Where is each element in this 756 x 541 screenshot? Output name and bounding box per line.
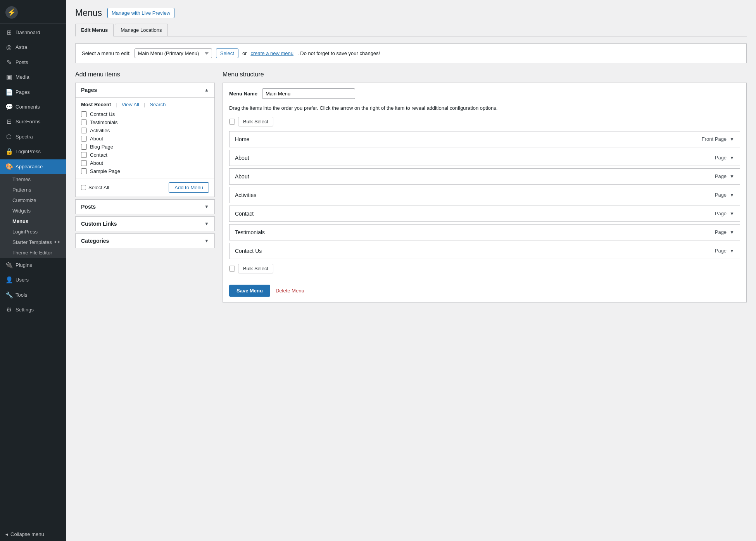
- sidebar-menu: ⊞ Dashboard ◎ Astra ✎ Posts ▣ Media 📄 Pa…: [0, 24, 66, 527]
- page-cb-label: Blog Page: [90, 144, 113, 150]
- sidebar-item-appearance[interactable]: 🎨 Appearance: [0, 159, 66, 174]
- add-to-menu-button[interactable]: Add to Menu: [169, 182, 209, 193]
- bulk-select-top-checkbox[interactable]: [229, 119, 235, 124]
- sidebar-item-comments[interactable]: 💬 Comments: [0, 100, 66, 114]
- sub-tab-most-recent[interactable]: Most Recent: [81, 102, 111, 107]
- menu-item-testimonials[interactable]: Testimonials Page ▼: [229, 224, 740, 240]
- tab-edit-menus[interactable]: Edit Menus: [75, 24, 114, 36]
- menu-name-label: Menu Name: [229, 91, 257, 97]
- menu-item-activities-chevron-icon[interactable]: ▼: [730, 192, 734, 198]
- sidebar-sub-menus[interactable]: Menus: [0, 216, 66, 226]
- sidebar-item-plugins[interactable]: 🔌 Plugins: [0, 258, 66, 273]
- menu-item-about2[interactable]: About Page ▼: [229, 168, 740, 185]
- page-header: Menus Manage with Live Preview: [75, 8, 747, 18]
- posts-accordion-header[interactable]: Posts ▼: [76, 200, 214, 214]
- select-button[interactable]: Select: [216, 48, 238, 58]
- bulk-select-bottom: Bulk Select: [229, 264, 740, 273]
- collapse-menu-btn[interactable]: ◂ Collapse menu: [0, 527, 66, 541]
- page-cb-blog-page-input[interactable]: [81, 144, 87, 150]
- menu-item-activities-right: Page ▼: [715, 192, 734, 198]
- menu-item-about1-chevron-icon[interactable]: ▼: [730, 155, 734, 161]
- page-cb-sample-page-input[interactable]: [81, 168, 87, 174]
- custom-links-accordion-header[interactable]: Custom Links ▼: [76, 217, 214, 231]
- bulk-select-bottom-button[interactable]: Bulk Select: [238, 264, 273, 273]
- select-all-checkbox[interactable]: [81, 185, 86, 190]
- page-cb-about1[interactable]: About: [81, 136, 209, 142]
- page-cb-about2[interactable]: About: [81, 160, 209, 166]
- menu-item-activities[interactable]: Activities Page ▼: [229, 187, 740, 203]
- sidebar-item-astra[interactable]: ◎ Astra: [0, 40, 66, 55]
- astra-icon: ◎: [5, 43, 12, 52]
- menu-item-contact-us[interactable]: Contact Us Page ▼: [229, 243, 740, 259]
- bulk-select-top-button[interactable]: Bulk Select: [238, 117, 273, 126]
- page-cb-activities-input[interactable]: [81, 128, 87, 133]
- sidebar-sub-widgets[interactable]: Widgets: [0, 206, 66, 216]
- pages-chevron-up-icon: ▲: [204, 87, 209, 93]
- sidebar-item-posts[interactable]: ✎ Posts: [0, 55, 66, 70]
- pages-accordion-header[interactable]: Pages ▲: [76, 83, 214, 97]
- menu-item-home[interactable]: Home Front Page ▼: [229, 131, 740, 147]
- menu-item-home-chevron-icon[interactable]: ▼: [730, 137, 734, 142]
- sub-tab-view-all[interactable]: View All: [122, 102, 139, 107]
- starter-templates-icon: ✦✦: [54, 240, 60, 245]
- sidebar-item-loginpress[interactable]: 🔒 LoginPress: [0, 144, 66, 159]
- sidebar-item-settings[interactable]: ⚙ Settings: [0, 302, 66, 317]
- menu-select[interactable]: Main Menu (Primary Menu) Footer Menu Mob…: [135, 48, 212, 58]
- save-menu-button[interactable]: Save Menu: [229, 285, 270, 297]
- delete-menu-button[interactable]: Delete Menu: [276, 288, 304, 294]
- page-cb-testimonials-input[interactable]: [81, 119, 87, 125]
- sidebar-item-dashboard[interactable]: ⊞ Dashboard: [0, 25, 66, 40]
- categories-accordion-header[interactable]: Categories ▼: [76, 234, 214, 248]
- menu-structure-col: Menu structure Menu Name Drag the items …: [223, 71, 747, 302]
- sidebar-item-sureforms[interactable]: ⊟ SureForms: [0, 114, 66, 129]
- custom-links-accordion-title: Custom Links: [81, 221, 117, 227]
- settings-icon: ⚙: [5, 306, 12, 314]
- menu-item-about2-chevron-icon[interactable]: ▼: [730, 174, 734, 179]
- pages-accordion-footer: Select All Add to Menu: [76, 178, 214, 197]
- menu-item-home-label: Home: [235, 136, 249, 142]
- menu-item-about1[interactable]: About Page ▼: [229, 150, 740, 166]
- page-cb-sample-page[interactable]: Sample Page: [81, 168, 209, 174]
- menu-item-about2-type: Page: [715, 173, 727, 179]
- page-cb-contact[interactable]: Contact: [81, 152, 209, 158]
- live-preview-button[interactable]: Manage with Live Preview: [107, 8, 174, 18]
- menu-item-testimonials-chevron-icon[interactable]: ▼: [730, 230, 734, 235]
- sidebar-item-pages[interactable]: 📄 Pages: [0, 85, 66, 100]
- select-all-label[interactable]: Select All: [81, 185, 109, 190]
- sidebar-item-users[interactable]: 👤 Users: [0, 273, 66, 287]
- add-menu-items-col: Add menu items Pages ▲ Most Recent | Vie…: [75, 71, 215, 248]
- sidebar-sub-customize[interactable]: Customize: [0, 195, 66, 206]
- pages-accordion: Pages ▲ Most Recent | View All | Search: [75, 83, 215, 197]
- sidebar-item-spectra[interactable]: ⬡ Spectra: [0, 130, 66, 144]
- page-cb-contact-us[interactable]: Contact Us: [81, 111, 209, 117]
- menu-item-contact-us-chevron-icon[interactable]: ▼: [730, 248, 734, 254]
- page-cb-testimonials[interactable]: Testimonials: [81, 119, 209, 125]
- create-new-menu-link[interactable]: create a new menu: [250, 50, 293, 56]
- menu-item-contact[interactable]: Contact Page ▼: [229, 206, 740, 222]
- sidebar-item-media[interactable]: ▣ Media: [0, 70, 66, 85]
- sidebar-item-tools[interactable]: 🔧 Tools: [0, 288, 66, 302]
- sidebar-item-label: Pages: [16, 89, 30, 96]
- sidebar-sub-patterns[interactable]: Patterns: [0, 185, 66, 195]
- sidebar-sub-theme-file-editor[interactable]: Theme File Editor: [0, 247, 66, 258]
- sidebar-item-label: LoginPress: [16, 148, 41, 155]
- page-cb-contact-input[interactable]: [81, 152, 87, 158]
- page-cb-blog-page[interactable]: Blog Page: [81, 144, 209, 150]
- bulk-select-bottom-checkbox[interactable]: [229, 266, 235, 271]
- sidebar-sub-loginpress[interactable]: LoginPress: [0, 226, 66, 237]
- page-cb-label: About: [90, 160, 103, 166]
- pages-accordion-body: Most Recent | View All | Search Contact …: [76, 97, 214, 178]
- tab-manage-locations[interactable]: Manage Locations: [115, 24, 167, 36]
- sidebar-sub-starter-templates[interactable]: Starter Templates ✦✦: [0, 237, 66, 247]
- menu-name-input[interactable]: [262, 88, 355, 99]
- menu-item-contact-chevron-icon[interactable]: ▼: [730, 211, 734, 216]
- sidebar-logo: ⚡: [0, 0, 66, 24]
- menu-item-about1-type: Page: [715, 155, 727, 161]
- page-cb-activities[interactable]: Activities: [81, 128, 209, 133]
- sidebar-sub-themes[interactable]: Themes: [0, 174, 66, 185]
- page-cb-about2-input[interactable]: [81, 160, 87, 166]
- starter-templates-label: Starter Templates: [12, 239, 52, 245]
- sub-tab-search[interactable]: Search: [150, 102, 166, 107]
- page-cb-about1-input[interactable]: [81, 136, 87, 142]
- page-cb-contact-us-input[interactable]: [81, 111, 87, 117]
